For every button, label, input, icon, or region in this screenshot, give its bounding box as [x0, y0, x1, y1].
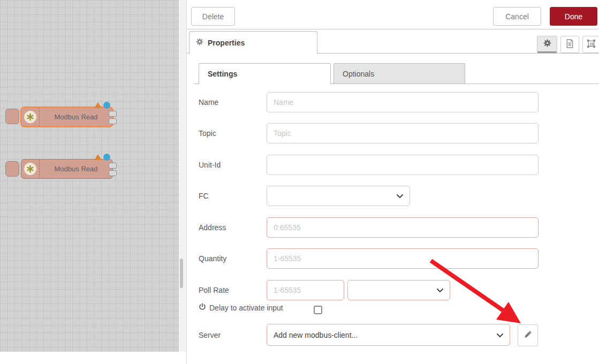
tab-optionals-label: Optionals [343, 70, 374, 78]
name-input[interactable] [267, 92, 539, 112]
edit-server-button[interactable] [518, 324, 538, 346]
unit-id-label: Unit-Id [199, 161, 221, 169]
tab-settings-label: Settings [208, 70, 237, 78]
node-icon-section [21, 160, 40, 178]
power-icon [199, 303, 206, 312]
delay-checkbox[interactable] [314, 306, 322, 314]
canvas-scrollbar[interactable] [179, 0, 186, 352]
topic-label: Topic [199, 129, 216, 138]
node-input-port[interactable] [5, 161, 19, 177]
unit-id-input[interactable] [267, 155, 539, 175]
server-label: Server [199, 331, 221, 339]
delay-label: Delay to activate input [209, 304, 283, 312]
fc-label: FC [199, 192, 209, 200]
node-appearance-button[interactable] [582, 36, 599, 53]
cancel-button[interactable]: Cancel [493, 7, 541, 26]
node-changed-icon [103, 154, 110, 161]
tab-optionals[interactable]: Optionals [333, 63, 465, 84]
node-warning-icon [94, 154, 102, 160]
node-output-port-1[interactable] [109, 163, 117, 169]
node-red-editor: Modbus Read Modbus Read [0, 0, 599, 364]
node-label: Modbus Read [40, 108, 112, 126]
gear-icon [543, 39, 551, 49]
pencil-icon [524, 330, 532, 340]
fc-select[interactable] [267, 186, 410, 206]
appearance-icon [587, 39, 596, 50]
chevron-down-icon [397, 192, 403, 200]
node-changed-icon [103, 102, 110, 109]
quantity-label: Quantity [199, 254, 226, 263]
node-output-port-2[interactable] [109, 118, 117, 124]
name-label: Name [199, 98, 218, 107]
poll-rate-input[interactable] [267, 280, 344, 300]
node-settings-button[interactable] [537, 36, 557, 53]
address-input[interactable] [267, 217, 539, 238]
node-label: Modbus Read [40, 160, 112, 178]
address-label: Address [199, 223, 226, 232]
node-description-button[interactable] [560, 36, 579, 53]
poll-rate-unit-select[interactable] [347, 280, 450, 300]
node-output-port-2[interactable] [109, 170, 117, 176]
delete-button[interactable]: Delete [191, 7, 235, 26]
modbus-asterisk-icon [24, 163, 36, 175]
tab-settings[interactable]: Settings [199, 63, 331, 84]
quantity-input[interactable] [267, 248, 539, 269]
flow-canvas[interactable]: Modbus Read Modbus Read [0, 0, 179, 352]
node-warning-icon [94, 102, 102, 108]
tab-properties[interactable]: Properties [189, 31, 317, 54]
edit-dialog: Delete Cancel Done Properties [186, 0, 599, 364]
chevron-down-icon [497, 331, 503, 339]
gear-icon [196, 38, 203, 47]
modbus-asterisk-icon [24, 111, 36, 123]
properties-title: Properties [208, 39, 245, 47]
topic-input[interactable] [267, 123, 539, 143]
poll-rate-label: Poll Rate [199, 286, 229, 294]
server-select[interactable]: Add new modbus-client... [267, 324, 510, 346]
divider [187, 29, 599, 29]
node-input-port[interactable] [5, 109, 19, 124]
scrollbar-thumb[interactable] [180, 259, 183, 288]
node-output-port-1[interactable] [109, 111, 117, 117]
document-icon [566, 39, 574, 50]
node-icon-section [21, 108, 40, 126]
done-button[interactable]: Done [550, 7, 597, 26]
server-select-value: Add new modbus-client... [274, 331, 358, 339]
chevron-down-icon [437, 286, 443, 294]
